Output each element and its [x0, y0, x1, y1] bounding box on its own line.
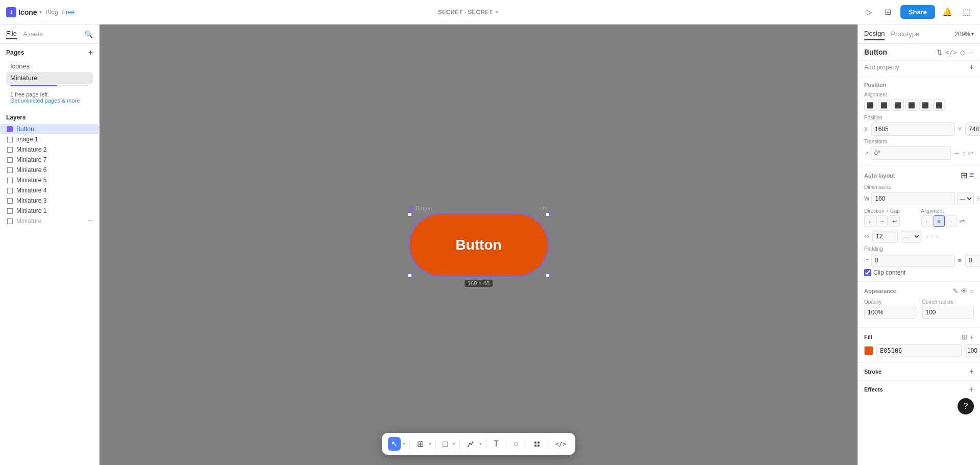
- free-link[interactable]: Free: [62, 9, 75, 16]
- appearance-title: Appearance: [864, 288, 896, 294]
- upgrade-link[interactable]: Get unlimited pages & more: [10, 97, 80, 104]
- inspect-icon[interactable]: ◇: [960, 48, 965, 56]
- autolayout-expand-icon[interactable]: ⊞: [961, 170, 967, 180]
- add-property-button[interactable]: +: [969, 63, 974, 72]
- rect-chevron[interactable]: ▾: [453, 441, 455, 447]
- gap-auto2: ·: [931, 233, 933, 240]
- tab-file[interactable]: File: [6, 29, 17, 39]
- autolayout-settings-icon[interactable]: ≡: [969, 170, 974, 180]
- layer-image1[interactable]: image 1: [0, 134, 99, 144]
- reset-icon[interactable]: ⇌: [968, 149, 974, 157]
- align-end[interactable]: ·: [946, 215, 957, 227]
- align-extra-icon[interactable]: ⇌: [959, 217, 965, 225]
- tab-assets[interactable]: Assets: [23, 29, 43, 39]
- flip-v-icon[interactable]: ↕: [962, 149, 966, 157]
- width-input[interactable]: [871, 192, 955, 205]
- fill-grid-icon[interactable]: ⊞: [962, 333, 968, 341]
- page-icones[interactable]: Icones: [6, 60, 93, 72]
- tab-design[interactable]: Design: [864, 28, 885, 40]
- effects-section: Effects +: [858, 381, 980, 398]
- component-dot: [410, 206, 414, 210]
- fill-add-icon[interactable]: +: [970, 333, 974, 341]
- layer-miniature1[interactable]: Miniature 1: [0, 206, 99, 216]
- align-bottom[interactable]: ⬛: [933, 100, 945, 111]
- share-button[interactable]: Share: [900, 5, 935, 19]
- ellipse-tool[interactable]: ○: [510, 437, 522, 451]
- layer-miniature7[interactable]: Miniature 7: [0, 155, 99, 165]
- component-tool[interactable]: [530, 438, 544, 450]
- align-start[interactable]: ·: [921, 215, 933, 227]
- align-center[interactable]: ≡: [934, 215, 945, 227]
- appearance-circle-icon[interactable]: ○: [970, 287, 974, 295]
- stroke-section: Stroke +: [858, 363, 980, 381]
- layout-button[interactable]: ⬚: [960, 5, 974, 19]
- play-button[interactable]: ▷: [862, 5, 876, 19]
- button-element[interactable]: Button: [410, 214, 548, 276]
- align-center-h[interactable]: ⬛: [878, 100, 890, 111]
- align-top[interactable]: ⬛: [905, 100, 918, 111]
- select-chevron[interactable]: ▾: [403, 441, 405, 447]
- position-y-input[interactable]: [965, 123, 980, 136]
- layer-miniature4[interactable]: Miniature 4: [0, 185, 99, 195]
- help-button[interactable]: ?: [958, 398, 974, 414]
- file-name-display[interactable]: SECRET · SECRET ▾: [438, 9, 498, 16]
- padding-top-input[interactable]: [965, 254, 980, 267]
- frame-icon: [6, 187, 13, 194]
- app-logo[interactable]: I Icone ▾: [6, 7, 42, 17]
- code-tool[interactable]: </>: [552, 438, 570, 450]
- page-miniature[interactable]: Miniature: [6, 72, 93, 84]
- align-left[interactable]: ⬛: [864, 100, 876, 111]
- gap-select[interactable]: —: [901, 230, 921, 243]
- sort-icon[interactable]: ⇅: [937, 48, 942, 56]
- opacity-input[interactable]: [864, 306, 916, 319]
- gap-input[interactable]: [872, 230, 898, 243]
- layer-miniature2[interactable]: Miniature 2: [0, 144, 99, 155]
- tab-prototype[interactable]: Prototype: [891, 28, 919, 40]
- notification-button[interactable]: 🔔: [940, 5, 954, 19]
- layer-miniature5[interactable]: Miniature 5: [0, 175, 99, 185]
- appearance-eye-icon[interactable]: 👁: [961, 287, 968, 295]
- layer-miniature6[interactable]: Miniature 6: [0, 165, 99, 175]
- vector-chevron[interactable]: ▾: [479, 441, 482, 447]
- blog-link[interactable]: Blog: [46, 9, 58, 16]
- padding-left-input[interactable]: [871, 254, 955, 267]
- search-icon[interactable]: 🔍: [84, 30, 93, 38]
- opacity-label: Opacity: [864, 299, 916, 305]
- dir-down[interactable]: ↓: [864, 215, 875, 227]
- right-panel: Design Prototype 209% ▾ Button ⇅ </> ◇ ·…: [857, 25, 980, 465]
- text-tool[interactable]: T: [491, 437, 502, 451]
- tool-sep-3: [459, 439, 460, 449]
- corner-radius-input[interactable]: [922, 306, 974, 319]
- fill-color-swatch[interactable]: [864, 346, 873, 355]
- add-page-button[interactable]: +: [88, 48, 93, 57]
- fill-opacity-input[interactable]: [965, 344, 980, 357]
- rotation-input[interactable]: [871, 146, 951, 160]
- select-tool[interactable]: ↖: [388, 437, 401, 451]
- layer-miniature[interactable]: Miniature 〜: [0, 216, 99, 226]
- dir-right[interactable]: →: [876, 215, 888, 227]
- layer-miniature3[interactable]: Miniature 3: [0, 195, 99, 206]
- more-icon[interactable]: ···: [968, 48, 974, 56]
- position-x-input[interactable]: [871, 123, 955, 136]
- width-select[interactable]: —: [957, 192, 974, 205]
- code-view-icon[interactable]: </>: [945, 48, 957, 56]
- element-label: Button: [410, 205, 432, 211]
- align-center-v[interactable]: ⬛: [919, 100, 932, 111]
- zoom-display[interactable]: 209% ▾: [954, 31, 974, 38]
- button-text: Button: [455, 237, 501, 253]
- effects-add-icon[interactable]: +: [969, 385, 974, 394]
- present-button[interactable]: ⊞: [881, 5, 895, 19]
- stroke-add-icon[interactable]: +: [969, 367, 974, 376]
- dir-wrap[interactable]: ↩: [889, 215, 900, 227]
- fill-hex-input[interactable]: [876, 344, 962, 357]
- width-label: W: [864, 195, 869, 202]
- align-right[interactable]: ⬛: [892, 100, 904, 111]
- vector-tool[interactable]: [464, 438, 477, 450]
- flip-h-icon[interactable]: ↔: [953, 149, 960, 157]
- frame-chevron[interactable]: ▾: [429, 441, 431, 447]
- frame-tool[interactable]: ⊞: [414, 437, 427, 451]
- layer-button[interactable]: Button: [0, 124, 99, 134]
- clip-checkbox[interactable]: [864, 269, 871, 276]
- appearance-edit-icon[interactable]: ✎: [952, 287, 959, 295]
- rect-tool[interactable]: □: [440, 437, 451, 451]
